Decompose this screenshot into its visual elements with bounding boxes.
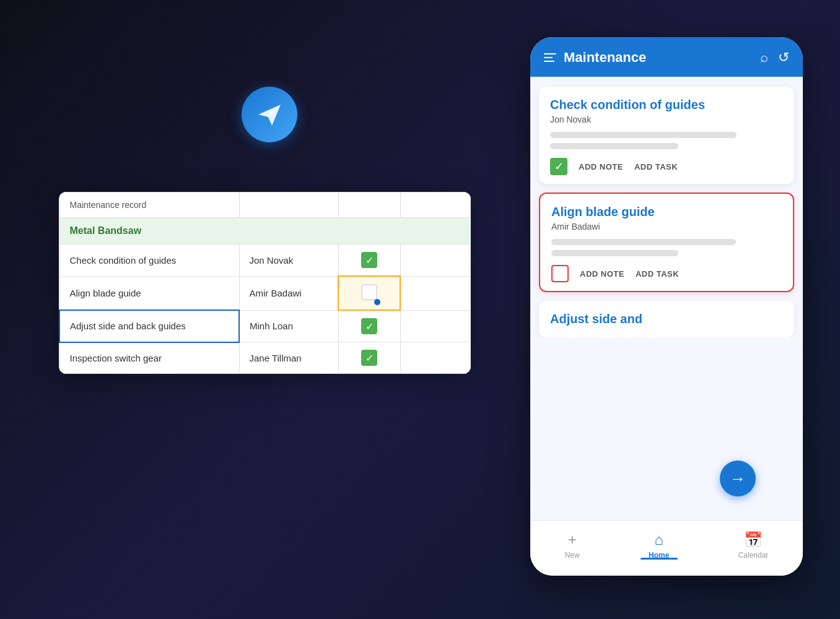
paper-plane-logo (242, 87, 297, 142)
person-amir-badawi: Amir Badawi (239, 276, 338, 310)
status-checked-3[interactable]: ✓ (338, 342, 400, 374)
table-row[interactable]: Check condition of guides Jon Novak ✓ (59, 245, 471, 277)
phone-header: Maintenance ⌕ ↺ (530, 37, 803, 77)
card1-title: Check condition of guides (550, 98, 783, 112)
nav-item-calendar[interactable]: 📅 Calendar (738, 531, 769, 560)
card1-person: Jon Novak (550, 115, 783, 124)
card1-add-task[interactable]: ADD TASK (634, 162, 678, 171)
header-person-col (239, 193, 338, 218)
header-check-col (338, 193, 400, 218)
bottom-navigation: + New ⌂ Home 📅 Calendar (530, 520, 803, 576)
task-align-blade: Align blade guide (59, 276, 239, 310)
refresh-icon[interactable]: ↺ (778, 50, 789, 66)
section-label: Metal Bandsaw (59, 218, 471, 245)
spreadsheet-header-row: Maintenance record (59, 193, 471, 218)
arrow-right-icon: → (730, 469, 746, 488)
card2-actions: ADD NOTE ADD TASK (551, 265, 782, 282)
person-jon-novak: Jon Novak (239, 245, 338, 277)
search-icon[interactable]: ⌕ (760, 50, 768, 66)
calendar-icon: 📅 (744, 531, 763, 548)
card1-checkbox[interactable]: ✓ (550, 158, 567, 175)
plus-icon: + (568, 531, 577, 548)
status-checked[interactable]: ✓ (338, 245, 400, 277)
extra-col-1 (400, 245, 471, 277)
checkbox-checked-icon[interactable]: ✓ (361, 252, 377, 268)
card2-title: Align blade guide (551, 205, 782, 219)
card1-actions: ✓ ADD NOTE ADD TASK (550, 158, 783, 175)
card2-lines (551, 239, 782, 256)
task-line-1 (550, 132, 737, 138)
card2-add-note[interactable]: ADD NOTE (580, 269, 624, 279)
extra-col-4 (400, 342, 471, 374)
section-metal-bandsaw: Metal Bandsaw (59, 218, 471, 245)
nav-calendar-label: Calendar (738, 551, 769, 560)
home-icon: ⌂ (654, 531, 663, 548)
nav-item-new[interactable]: + New (565, 531, 580, 560)
table-row[interactable]: Align blade guide Amir Badawi (59, 276, 471, 310)
task-card-adjust-partial[interactable]: Adjust side and (539, 301, 794, 337)
card3-title: Adjust side and (550, 312, 783, 326)
task-card-check-guides[interactable]: Check condition of guides Jon Novak ✓ AD… (539, 87, 794, 184)
task-line-2 (550, 143, 678, 149)
header-maintenance-record: Maintenance record (59, 193, 239, 218)
status-empty-yellow[interactable] (338, 276, 400, 310)
checkbox-checked-icon-3[interactable]: ✓ (361, 350, 377, 366)
task-line-4 (551, 250, 678, 256)
checkbox-empty-icon[interactable] (361, 284, 377, 300)
menu-icon[interactable] (544, 53, 556, 62)
card1-lines (550, 132, 783, 149)
card2-add-task[interactable]: ADD TASK (636, 269, 679, 279)
header-extra-col (400, 193, 471, 218)
table-row[interactable]: Inspection switch gear Jane Tillman ✓ (59, 342, 471, 374)
person-minh-loan: Minh Loan (239, 310, 338, 342)
extra-col-3 (400, 310, 471, 342)
task-adjust-guides: Adjust side and back guides (59, 310, 239, 342)
person-jane-tillman: Jane Tillman (239, 342, 338, 374)
nav-item-home[interactable]: ⌂ Home (649, 531, 669, 560)
card2-person: Amir Badawi (551, 222, 782, 232)
checkbox-checked-icon-2[interactable]: ✓ (361, 318, 377, 334)
task-inspection: Inspection switch gear (59, 342, 239, 374)
task-check-guides: Check condition of guides (59, 245, 239, 277)
nav-new-label: New (565, 551, 580, 560)
mobile-phone-panel: Maintenance ⌕ ↺ Check condition of guide… (530, 37, 803, 576)
table-row[interactable]: Adjust side and back guides Minh Loan ✓ (59, 310, 471, 342)
extra-col-2 (400, 276, 471, 310)
card2-checkbox[interactable] (551, 265, 569, 282)
spreadsheet-panel: Maintenance record Metal Bandsaw Check c… (59, 192, 471, 374)
resize-handle[interactable] (374, 299, 380, 305)
task-card-align-blade[interactable]: Align blade guide Amir Badawi ADD NOTE A… (539, 193, 794, 292)
phone-content: Check condition of guides Jon Novak ✓ AD… (530, 77, 803, 337)
task-line-3 (551, 239, 736, 245)
status-checked-2[interactable]: ✓ (338, 310, 400, 342)
phone-title: Maintenance (564, 50, 760, 66)
nav-active-indicator (641, 558, 678, 560)
fab-button[interactable]: → (720, 461, 756, 496)
card1-add-note[interactable]: ADD NOTE (579, 162, 623, 171)
header-icons: ⌕ ↺ (760, 50, 789, 66)
